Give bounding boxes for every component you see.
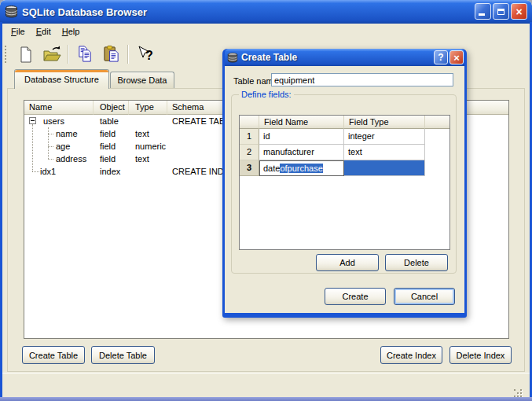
maximize-button[interactable] <box>493 3 509 20</box>
grid-header-field-type[interactable]: Field Type <box>344 116 425 129</box>
new-file-icon <box>17 46 35 63</box>
dialog-titlebar[interactable]: Create Table ? × <box>225 49 464 66</box>
resize-grip-icon[interactable] <box>514 389 515 391</box>
application-window: SQLite Database Browser × File Edit Help <box>0 0 532 401</box>
tree-connector <box>48 146 53 148</box>
paste-button[interactable] <box>101 43 122 64</box>
svg-text:?: ? <box>145 49 153 62</box>
row-number[interactable]: 3 <box>240 160 259 176</box>
create-button[interactable]: Create <box>325 288 386 305</box>
toolbar-separator <box>68 45 69 64</box>
define-fields-group: Field Name Field Type 1 id integer 2 man… <box>231 94 457 274</box>
cancel-button[interactable]: Cancel <box>394 288 455 305</box>
tree-type-cell <box>129 165 167 178</box>
window-titlebar[interactable]: SQLite Database Browser × <box>0 0 532 24</box>
help-icon: ? <box>438 52 443 63</box>
field-type-cell-selected[interactable] <box>344 160 425 176</box>
maximize-icon <box>497 9 504 15</box>
column-header-object[interactable]: Object <box>94 101 129 115</box>
dialog-help-button[interactable]: ? <box>434 50 448 64</box>
tab-label: Database Structure <box>24 75 99 84</box>
define-fields-label: Define fields: <box>239 90 294 99</box>
create-index-button[interactable]: Create Index <box>380 346 442 364</box>
tree-connector <box>32 171 39 173</box>
new-file-button[interactable] <box>15 43 36 64</box>
grid-corner-header <box>240 116 259 129</box>
fields-grid: Field Name Field Type 1 id integer 2 man… <box>239 115 450 250</box>
tree-connector <box>48 159 53 160</box>
dialog-body: Table name: Define fields: Field Name Fi… <box>225 66 464 313</box>
menu-help[interactable]: Help <box>57 25 86 38</box>
tab-browse-data[interactable]: Browse Data <box>110 72 174 88</box>
tree-type-cell: text <box>129 153 167 165</box>
collapse-minus-icon[interactable] <box>29 117 36 124</box>
field-name-cell[interactable]: manufacturer <box>259 145 344 160</box>
minimize-icon <box>479 13 485 16</box>
add-field-button[interactable]: Add <box>316 254 379 271</box>
copy-button[interactable] <box>75 43 96 64</box>
menu-file[interactable]: File <box>6 25 31 38</box>
tree-connector <box>48 134 53 135</box>
copy-icon <box>76 45 94 63</box>
field-name-edit-cell[interactable]: dateofpurchase <box>259 160 344 176</box>
dialog-close-button[interactable]: × <box>449 50 464 64</box>
paste-icon <box>102 45 120 63</box>
grid-row-filler <box>425 145 449 160</box>
open-file-button[interactable] <box>41 43 62 64</box>
tree-item-label: address <box>24 153 94 165</box>
field-type-cell[interactable]: text <box>344 145 425 160</box>
delete-field-button[interactable]: Delete <box>385 254 448 271</box>
grid-row-2: 2 manufacturer text <box>240 145 449 160</box>
window-title: SQLite Database Browser <box>22 6 147 18</box>
grid-header-filler <box>425 116 449 129</box>
tree-object-cell: field <box>94 140 129 153</box>
menu-edit[interactable]: Edit <box>31 25 57 38</box>
create-table-dialog: Create Table ? × Table name: Define fiel… <box>222 49 467 318</box>
delete-table-button[interactable]: Delete Table <box>91 346 155 364</box>
grid-row-filler <box>425 129 449 145</box>
open-folder-icon <box>42 45 61 64</box>
table-name-input[interactable] <box>271 73 453 86</box>
selected-text: ofpurchase <box>280 164 322 173</box>
tree-object-cell: field <box>94 127 129 140</box>
grid-header-field-name[interactable]: Field Name <box>259 116 344 129</box>
row-number[interactable]: 2 <box>240 145 259 160</box>
tree-type-cell: numeric <box>129 140 167 153</box>
tree-item-label: name <box>24 127 94 140</box>
grid-row-1: 1 id integer <box>240 129 449 145</box>
tree-type-cell: text <box>129 127 167 140</box>
grid-header: Field Name Field Type <box>240 116 449 129</box>
tree-type-cell <box>129 115 167 127</box>
menu-bar: File Edit Help <box>2 24 530 39</box>
field-name-cell[interactable]: id <box>259 129 344 145</box>
tree-object-cell: field <box>94 153 129 165</box>
tab-label: Browse Data <box>118 75 167 85</box>
minimize-button[interactable] <box>475 3 491 20</box>
close-icon: × <box>453 52 460 64</box>
row-number[interactable]: 1 <box>240 129 259 145</box>
field-name-text: date <box>263 164 280 173</box>
tree-object-cell: index <box>94 165 129 178</box>
status-bar <box>2 373 530 398</box>
column-header-type[interactable]: Type <box>129 101 167 115</box>
tab-database-structure[interactable]: Database Structure <box>14 69 109 89</box>
dialog-title: Create Table <box>241 52 297 63</box>
field-type-cell[interactable]: integer <box>344 129 425 145</box>
grid-row-filler <box>425 160 449 176</box>
window-border-left <box>0 22 2 401</box>
toolbar-grip[interactable] <box>5 46 9 63</box>
delete-index-button[interactable]: Delete Index <box>449 346 512 364</box>
grid-row-3: 3 dateofpurchase <box>240 160 449 176</box>
database-dialog-icon <box>227 53 238 63</box>
close-button[interactable]: × <box>511 3 527 20</box>
tree-connector <box>48 127 50 159</box>
tree-connector <box>32 124 34 171</box>
column-header-name[interactable]: Name <box>24 101 94 115</box>
window-border-bottom <box>0 397 532 401</box>
database-app-icon <box>5 6 18 18</box>
tree-item-label: age <box>24 140 94 153</box>
toolbar-separator <box>127 45 129 64</box>
close-icon: × <box>515 6 522 17</box>
create-table-button[interactable]: Create Table <box>22 346 85 364</box>
whats-this-button[interactable]: ? <box>134 43 156 64</box>
